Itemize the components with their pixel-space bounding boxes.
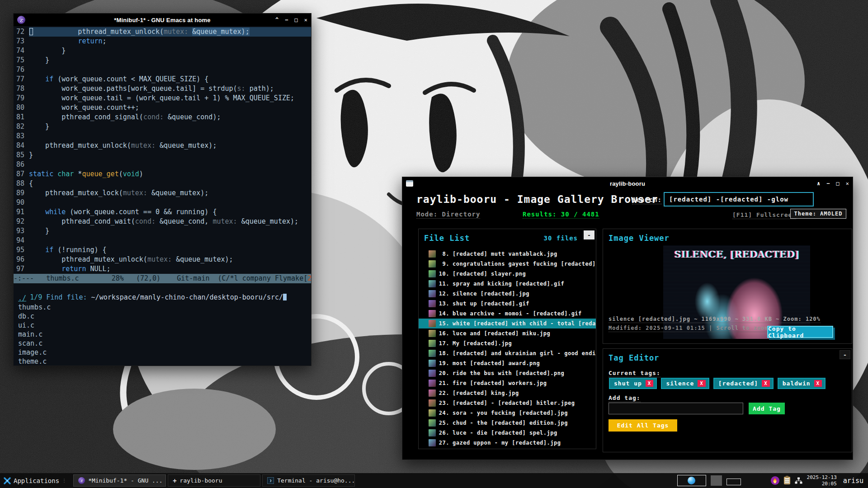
completion-item[interactable]: scan.c [14, 339, 311, 348]
file-name: [redacted] mutt vantablack.jpg [453, 251, 557, 257]
code-line[interactable]: 82 } [14, 122, 311, 131]
edit-all-tags-button[interactable]: Edit All Tags [609, 419, 677, 432]
taskbar-window-button[interactable]: ε*Minibuf-1* - GNU ... [73, 474, 166, 487]
completion-item[interactable]: ui.c [14, 321, 311, 330]
workspace-active[interactable] [677, 475, 706, 486]
code-line[interactable]: 97 return NULL; [14, 264, 311, 274]
maximize-icon[interactable]: □ [295, 14, 298, 26]
remove-tag-icon[interactable]: X [646, 380, 654, 387]
code-line[interactable]: 72 pthread_mutex_unlock(mutex: &queue_mu… [14, 27, 311, 37]
file-row[interactable]: 10.[redacted] slayer.png [419, 269, 596, 279]
file-row[interactable]: 23.[redacted] - [redacted] hitler.jpeg [419, 398, 596, 408]
code-line[interactable]: 80 work_queue.count++; [14, 103, 311, 113]
code-line[interactable]: 90 [14, 198, 311, 207]
line-number: 72 [14, 27, 29, 37]
workspace-pager[interactable] [711, 475, 722, 486]
code-line[interactable]: 81 pthread_cond_signal(cond: &queue_cond… [14, 113, 311, 122]
code-line[interactable]: 79 work_queue.tail = (work_queue.tail + … [14, 94, 311, 103]
file-row[interactable]: 9.congratulations gayest fucking [redact… [419, 259, 596, 269]
code-line[interactable]: 89 pthread_mutex_lock(mutex: &queue_mute… [14, 188, 311, 198]
code-line[interactable]: 86 [14, 160, 311, 169]
file-row[interactable]: 13.shut up [redacted].gif [419, 299, 596, 309]
copy-to-clipboard-button[interactable]: Copy to Clipboard [767, 326, 833, 338]
code-line[interactable]: 84 pthread_mutex_unlock(mutex: &queue_mu… [14, 141, 311, 150]
taskbar-window-button[interactable]: +raylib-booru [168, 474, 260, 487]
shade-icon[interactable]: ∧ [817, 177, 820, 190]
emacs-code-buffer[interactable]: 72 pthread_mutex_unlock(mutex: &queue_mu… [14, 27, 311, 274]
code-line[interactable]: 92 pthread_cond_wait(cond: &queue_cond, … [14, 217, 311, 226]
code-line[interactable]: 87static char *queue_get(void) [14, 169, 311, 179]
close-icon[interactable]: ✕ [846, 177, 849, 190]
add-tag-button[interactable]: Add Tag [749, 403, 785, 414]
file-row[interactable]: 14.blue archive - momoi - [redacted].gif [419, 309, 596, 319]
collapse-panel-button[interactable]: - [584, 230, 594, 239]
minimize-icon[interactable]: − [826, 177, 830, 190]
clock-date: 2025-12-13 [807, 474, 837, 481]
flame-tray-icon[interactable] [771, 476, 779, 485]
search-input[interactable] [664, 192, 814, 206]
file-row[interactable]: 20.ride the bus with [redacted].png [419, 368, 596, 378]
file-row[interactable]: 26.luce - die [redacted] spel.jpg [419, 428, 596, 438]
code-line[interactable]: 93 } [14, 226, 311, 236]
code-line[interactable]: 78 work_queue.paths[work_queue.tail] = s… [14, 84, 311, 94]
file-index: 24. [436, 410, 449, 416]
tag-editor-panel: Tag Editor - Current tags: shut upXsilen… [603, 348, 852, 452]
code-line[interactable]: 95 if (!running) { [14, 245, 311, 255]
completion-item[interactable]: image.c [14, 348, 311, 357]
file-row[interactable]: 25.chud - the [redacted] edition.jpg [419, 418, 596, 428]
code-line[interactable]: 75 } [14, 56, 311, 65]
code-line[interactable]: 76 [14, 65, 311, 75]
booru-titlebar[interactable]: raylib-booru ∧ − □ ✕ [402, 177, 853, 190]
taskbar-window-button[interactable]: ❯Terminal - arisu@ho... [262, 474, 355, 487]
completion-item[interactable]: main.c [14, 330, 311, 339]
code-line[interactable]: 91 while (work_queue.count == 0 && runni… [14, 207, 311, 217]
workspace-2[interactable] [726, 479, 741, 485]
code-line[interactable]: 94 [14, 236, 311, 245]
code-line[interactable]: 85} [14, 150, 311, 160]
file-row[interactable]: 8.[redacted] mutt vantablack.jpg [419, 249, 596, 259]
file-row[interactable]: 22.[redacted] king.jpg [419, 388, 596, 398]
file-row[interactable]: 17.My [redacted].jpg [419, 338, 596, 348]
user-label: arisu [843, 477, 863, 485]
completion-item[interactable]: thumbs.c [14, 303, 311, 312]
emacs-titlebar[interactable]: ε *Minibuf-1* - GNU Emacs at home ^ − □ … [14, 14, 311, 26]
file-row[interactable]: 15.white [redacted] with child - total [… [419, 319, 596, 328]
applications-menu[interactable]: Applications ⋮ [0, 473, 71, 488]
file-index: 18. [436, 350, 449, 357]
code-line[interactable]: 73 return; [14, 37, 311, 46]
minimize-icon[interactable]: − [285, 14, 288, 26]
maximize-icon[interactable]: □ [836, 177, 840, 190]
taskbar: Applications ⋮ ε*Minibuf-1* - GNU ...+ra… [0, 473, 868, 488]
theme-toggle[interactable]: Theme: AMOLED [790, 209, 846, 219]
add-tag-input[interactable] [609, 403, 743, 414]
file-row[interactable]: 28.[redacted] surprised.gif [419, 448, 596, 449]
remove-tag-icon[interactable]: X [814, 380, 822, 387]
close-icon[interactable]: ✕ [304, 14, 307, 26]
network-tray-icon[interactable] [795, 477, 802, 484]
emacs-minibuffer[interactable]: 1/9 Find file: ~/workspace/manly-chino-c… [14, 283, 311, 293]
clock[interactable]: 2025-12-13 20:05 [807, 474, 837, 487]
file-name: [redacted] and ukrainian girl - good end… [453, 350, 596, 357]
completion-item[interactable]: ./ [14, 294, 311, 303]
code-line[interactable]: 96 pthread_mutex_unlock(mutex: &queue_mu… [14, 255, 311, 264]
remove-tag-icon[interactable]: X [698, 380, 706, 387]
file-row[interactable]: 12.silence [redacted].jpg [419, 289, 596, 299]
tag-label: baldwin [783, 380, 811, 387]
file-row[interactable]: 18.[redacted] and ukrainian girl - good … [419, 348, 596, 358]
shade-icon[interactable]: ^ [275, 14, 278, 26]
file-row[interactable]: 19.most [redacted] award.png [419, 358, 596, 368]
code-line[interactable]: 74 } [14, 46, 311, 56]
file-row[interactable]: 16.luce and [redacted] miku.jpg [419, 328, 596, 338]
file-row[interactable]: 24.sora - you fucking [redacted].jpg [419, 408, 596, 418]
completion-item[interactable]: theme.c [14, 357, 311, 366]
clipboard-tray-icon[interactable] [784, 477, 790, 484]
code-line[interactable]: 83 [14, 131, 311, 141]
file-row[interactable]: 21.fire [redacted] workers.jpg [419, 378, 596, 388]
file-row[interactable]: 11.spray and kicking [redacted].gif [419, 279, 596, 289]
file-row[interactable]: 27.gazed uppon - my [redacted].jpg [419, 438, 596, 448]
code-line[interactable]: 77 if (work_queue.count < MAX_QUEUE_SIZE… [14, 75, 311, 84]
remove-tag-icon[interactable]: X [762, 380, 770, 387]
collapse-panel-button[interactable]: - [840, 350, 850, 359]
completion-item[interactable]: db.c [14, 312, 311, 321]
code-line[interactable]: 88{ [14, 179, 311, 188]
